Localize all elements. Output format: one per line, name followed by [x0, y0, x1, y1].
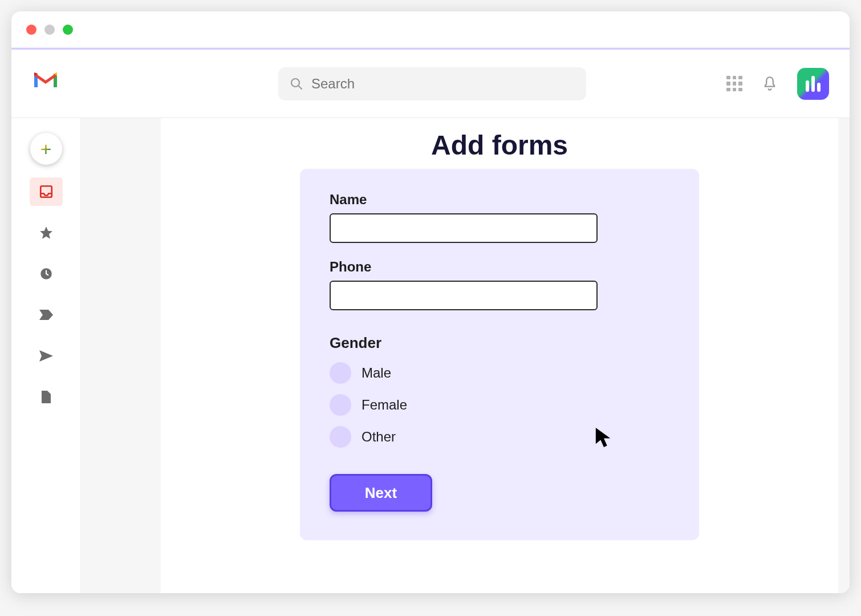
- name-input[interactable]: [330, 213, 598, 243]
- header-actions: [726, 68, 829, 100]
- gender-label: Gender: [330, 334, 669, 352]
- main-content: Add forms Name Phone Gender Male: [161, 118, 838, 593]
- important-icon: [38, 309, 54, 321]
- gender-option-other[interactable]: Other: [330, 426, 669, 448]
- radio-label: Female: [362, 397, 407, 413]
- radio-icon: [330, 426, 351, 448]
- phone-input[interactable]: [330, 281, 598, 310]
- apps-grid-icon[interactable]: [726, 76, 742, 92]
- sidebar: +: [11, 118, 81, 593]
- sidebar-item-important[interactable]: [30, 301, 63, 329]
- inbox-icon: [39, 184, 54, 199]
- document-icon: [40, 390, 52, 404]
- clock-icon: [39, 266, 54, 281]
- sidebar-item-starred[interactable]: [30, 218, 63, 247]
- form-group-phone: Phone: [330, 259, 669, 310]
- compose-button[interactable]: +: [30, 133, 62, 165]
- sidebar-item-drafts[interactable]: [30, 383, 63, 411]
- notifications-icon[interactable]: [762, 76, 778, 92]
- sent-icon: [38, 349, 54, 363]
- next-button[interactable]: Next: [330, 474, 432, 512]
- sidebar-item-sent[interactable]: [30, 342, 63, 370]
- app-window: +: [11, 11, 850, 593]
- radio-icon: [330, 394, 351, 416]
- window-close-icon[interactable]: [26, 25, 36, 35]
- search-icon: [290, 77, 303, 91]
- header: [11, 50, 850, 118]
- gender-option-female[interactable]: Female: [330, 394, 669, 416]
- search-input[interactable]: [311, 76, 575, 92]
- sidebar-item-snoozed[interactable]: [30, 260, 63, 288]
- right-pane: [838, 118, 850, 593]
- titlebar: [11, 11, 850, 48]
- phone-label: Phone: [330, 259, 669, 275]
- radio-label: Other: [362, 429, 396, 445]
- body: +: [11, 118, 850, 593]
- gmail-logo-icon[interactable]: [32, 70, 59, 98]
- gender-option-male[interactable]: Male: [330, 362, 669, 384]
- form-group-gender: Gender Male Female Other: [330, 334, 669, 448]
- form-group-name: Name: [330, 192, 669, 243]
- sidebar-item-inbox[interactable]: [30, 177, 63, 206]
- window-maximize-icon[interactable]: [63, 25, 73, 35]
- window-minimize-icon[interactable]: [44, 25, 55, 35]
- page-title: Add forms: [431, 129, 568, 161]
- search-box[interactable]: [278, 67, 586, 100]
- secondary-pane: [81, 118, 161, 593]
- avatar[interactable]: [797, 68, 829, 100]
- radio-label: Male: [362, 365, 391, 381]
- form-card: Name Phone Gender Male Female: [300, 169, 699, 540]
- plus-icon: +: [40, 138, 52, 160]
- name-label: Name: [330, 192, 669, 208]
- star-icon: [39, 225, 54, 240]
- radio-icon: [330, 362, 351, 384]
- svg-line-1: [298, 86, 302, 89]
